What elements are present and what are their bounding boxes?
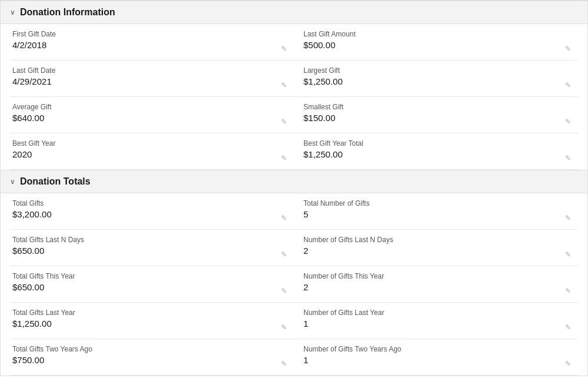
- field-label-smallest-gift: Smallest Gift: [303, 103, 571, 111]
- edit-icon-number-of-gifts-last-year[interactable]: ✎: [565, 323, 571, 331]
- donation-totals-chevron-icon[interactable]: ∨: [10, 177, 15, 186]
- field-value-number-of-gifts-this-year: 2: [303, 282, 571, 292]
- edit-icon-total-gifts-last-n-days[interactable]: ✎: [281, 250, 287, 259]
- edit-icon-best-gift-year[interactable]: ✎: [281, 154, 287, 162]
- edit-icon-best-gift-year-total[interactable]: ✎: [565, 154, 571, 162]
- edit-icon-number-of-gifts-last-n-days[interactable]: ✎: [565, 250, 571, 259]
- edit-icon-total-gifts-two-years-ago[interactable]: ✎: [281, 360, 287, 368]
- donation-info-grid: First Gift Date 4/2/2018 ✎ Last Gift Amo…: [10, 24, 578, 170]
- field-cell-number-of-gifts-last-n-days: Number of Gifts Last N Days 2 ✎: [294, 230, 578, 266]
- field-label-number-of-gifts-last-n-days: Number of Gifts Last N Days: [303, 236, 571, 244]
- page-container: ∨ Donation Information First Gift Date 4…: [0, 0, 588, 376]
- field-label-total-gifts-last-n-days: Total Gifts Last N Days: [12, 236, 287, 244]
- field-value-number-of-gifts-last-year: 1: [303, 319, 571, 329]
- edit-icon-total-number-of-gifts[interactable]: ✎: [565, 214, 571, 222]
- field-label-total-gifts: Total Gifts: [12, 199, 287, 207]
- donation-info-title: Donation Information: [20, 7, 115, 18]
- field-cell-last-gift-date: Last Gift Date 4/29/2021 ✎: [10, 61, 294, 97]
- field-cell-total-gifts: Total Gifts $3,200.00 ✎: [10, 193, 294, 230]
- field-label-best-gift-year: Best Gift Year: [12, 139, 287, 148]
- field-value-first-gift-date: 4/2/2018: [12, 40, 287, 50]
- edit-icon-total-gifts-last-year[interactable]: ✎: [281, 323, 287, 331]
- donation-totals-header[interactable]: ∨ Donation Totals: [1, 170, 587, 193]
- edit-icon-total-gifts-this-year[interactable]: ✎: [281, 287, 287, 295]
- field-value-largest-gift: $1,250.00: [303, 76, 571, 86]
- field-value-number-of-gifts-two-years-ago: 1: [303, 355, 571, 365]
- edit-icon-last-gift-date[interactable]: ✎: [281, 81, 287, 89]
- field-label-first-gift-date: First Gift Date: [12, 30, 287, 38]
- field-label-total-gifts-this-year: Total Gifts This Year: [12, 272, 287, 280]
- field-value-total-gifts: $3,200.00: [12, 209, 287, 219]
- field-cell-smallest-gift: Smallest Gift $150.00 ✎: [294, 97, 578, 133]
- donation-totals-title: Donation Totals: [20, 176, 91, 187]
- field-cell-total-gifts-two-years-ago: Total Gifts Two Years Ago $750.00 ✎: [10, 339, 294, 376]
- field-cell-number-of-gifts-this-year: Number of Gifts This Year 2 ✎: [294, 266, 578, 303]
- donation-info-body: First Gift Date 4/2/2018 ✎ Last Gift Amo…: [1, 24, 587, 170]
- field-label-number-of-gifts-this-year: Number of Gifts This Year: [303, 272, 571, 280]
- field-cell-number-of-gifts-last-year: Number of Gifts Last Year 1 ✎: [294, 303, 578, 339]
- field-cell-best-gift-year-total: Best Gift Year Total $1,250.00 ✎: [294, 133, 578, 170]
- donation-totals-grid: Total Gifts $3,200.00 ✎ Total Number of …: [10, 193, 578, 376]
- field-value-smallest-gift: $150.00: [303, 113, 571, 123]
- field-label-largest-gift: Largest Gift: [303, 66, 571, 75]
- field-value-total-gifts-two-years-ago: $750.00: [12, 355, 287, 365]
- edit-icon-largest-gift[interactable]: ✎: [565, 81, 571, 89]
- edit-icon-smallest-gift[interactable]: ✎: [565, 118, 571, 126]
- field-cell-number-of-gifts-two-years-ago: Number of Gifts Two Years Ago 1 ✎: [294, 339, 578, 376]
- edit-icon-last-gift-amount[interactable]: ✎: [565, 45, 571, 53]
- edit-icon-first-gift-date[interactable]: ✎: [281, 45, 287, 53]
- field-label-average-gift: Average Gift: [12, 103, 287, 111]
- field-value-number-of-gifts-last-n-days: 2: [303, 246, 571, 256]
- edit-icon-average-gift[interactable]: ✎: [281, 118, 287, 126]
- field-value-last-gift-amount: $500.00: [303, 40, 571, 50]
- field-label-number-of-gifts-last-year: Number of Gifts Last Year: [303, 309, 571, 317]
- field-label-best-gift-year-total: Best Gift Year Total: [303, 139, 571, 148]
- donation-totals-body: Total Gifts $3,200.00 ✎ Total Number of …: [1, 193, 587, 376]
- edit-icon-total-gifts[interactable]: ✎: [281, 214, 287, 222]
- field-value-total-gifts-last-n-days: $650.00: [12, 246, 287, 256]
- field-label-total-gifts-two-years-ago: Total Gifts Two Years Ago: [12, 345, 287, 353]
- donation-info-chevron-icon[interactable]: ∨: [10, 8, 15, 16]
- field-cell-total-number-of-gifts: Total Number of Gifts 5 ✎: [294, 193, 578, 230]
- field-cell-total-gifts-last-year: Total Gifts Last Year $1,250.00 ✎: [10, 303, 294, 339]
- field-value-best-gift-year: 2020: [12, 149, 287, 159]
- field-cell-largest-gift: Largest Gift $1,250.00 ✎: [294, 61, 578, 97]
- field-value-total-gifts-this-year: $650.00: [12, 282, 287, 292]
- field-value-total-gifts-last-year: $1,250.00: [12, 319, 287, 329]
- field-value-last-gift-date: 4/29/2021: [12, 76, 287, 86]
- field-label-number-of-gifts-two-years-ago: Number of Gifts Two Years Ago: [303, 345, 571, 353]
- field-label-total-gifts-last-year: Total Gifts Last Year: [12, 309, 287, 317]
- field-cell-total-gifts-this-year: Total Gifts This Year $650.00 ✎: [10, 266, 294, 303]
- field-label-last-gift-date: Last Gift Date: [12, 66, 287, 75]
- field-value-average-gift: $640.00: [12, 113, 287, 123]
- field-cell-first-gift-date: First Gift Date 4/2/2018 ✎: [10, 24, 294, 61]
- edit-icon-number-of-gifts-two-years-ago[interactable]: ✎: [565, 360, 571, 368]
- field-value-best-gift-year-total: $1,250.00: [303, 149, 571, 159]
- field-label-last-gift-amount: Last Gift Amount: [303, 30, 571, 38]
- field-cell-average-gift: Average Gift $640.00 ✎: [10, 97, 294, 133]
- field-cell-best-gift-year: Best Gift Year 2020 ✎: [10, 133, 294, 170]
- field-value-total-number-of-gifts: 5: [303, 209, 571, 219]
- donation-info-header[interactable]: ∨ Donation Information: [1, 1, 587, 24]
- field-cell-total-gifts-last-n-days: Total Gifts Last N Days $650.00 ✎: [10, 230, 294, 266]
- field-cell-last-gift-amount: Last Gift Amount $500.00 ✎: [294, 24, 578, 61]
- field-label-total-number-of-gifts: Total Number of Gifts: [303, 199, 571, 207]
- edit-icon-number-of-gifts-this-year[interactable]: ✎: [565, 287, 571, 295]
